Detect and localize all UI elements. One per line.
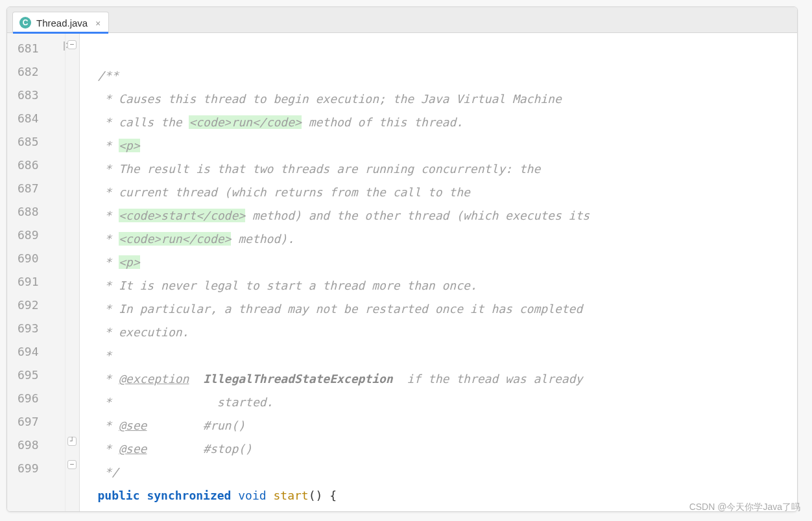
gutter-marker <box>45 56 65 80</box>
tab-bar: C Thread.java ✕ <box>7 7 797 33</box>
code-line[interactable]: * <box>98 344 797 367</box>
code-token: * <box>98 255 119 269</box>
code-token: * execution. <box>98 325 189 339</box>
code-line[interactable]: * In particular, a thread may not be res… <box>98 297 797 321</box>
fold-cell <box>66 313 79 336</box>
code-token: <p> <box>119 139 140 152</box>
gutter-marker <box>45 243 65 266</box>
code-token: * started. <box>98 395 274 409</box>
code-token: run <box>231 115 252 129</box>
fold-cell <box>66 266 79 290</box>
code-token: public <box>98 489 140 502</box>
fold-cell <box>66 56 79 80</box>
code-line[interactable]: */ <box>98 461 797 484</box>
code-token <box>189 372 203 386</box>
code-token: @exception <box>119 372 189 386</box>
line-numbers: 6816826836846856866876886896906916926936… <box>7 33 45 511</box>
line-number: 687 <box>18 177 39 200</box>
code-line[interactable]: * <p> <box>98 251 797 274</box>
fold-toggle-icon[interactable]: − <box>67 460 77 469</box>
code-token: * <box>98 209 119 222</box>
close-icon[interactable]: ✕ <box>95 18 101 28</box>
gutter-marker <box>45 173 65 196</box>
code-token: </code> <box>182 232 232 246</box>
code-area[interactable]: /** * Causes this thread to begin execut… <box>80 33 797 511</box>
editor-tab[interactable]: C Thread.java ✕ <box>12 12 109 33</box>
line-number: 698 <box>18 434 39 457</box>
code-token: void <box>238 489 266 502</box>
gutter-marker <box>45 406 65 430</box>
code-token: */ <box>98 465 119 479</box>
fold-cell <box>66 243 79 266</box>
code-token: * current thread (which returns from the… <box>98 185 470 199</box>
fold-cell <box>66 220 79 243</box>
gutter-marker <box>45 383 65 406</box>
code-token: if the thread was already <box>393 372 583 386</box>
code-line[interactable]: * execution. <box>98 321 797 344</box>
code-token: * <box>98 139 119 152</box>
tab-filename: Thread.java <box>36 17 88 29</box>
line-number: 686 <box>18 154 39 177</box>
code-line[interactable]: * <code>run</code> method). <box>98 227 797 251</box>
code-token: <p> <box>119 255 140 269</box>
fold-cell <box>66 383 79 406</box>
gutter-marker <box>45 196 65 220</box>
line-number: 685 <box>18 130 39 154</box>
fold-cell <box>66 103 79 126</box>
fold-cell <box>66 173 79 196</box>
code-line[interactable]: * It is never legal to start a thread mo… <box>98 274 797 297</box>
gutter-marker <box>45 80 65 103</box>
code-token: synchronized <box>147 489 231 502</box>
code-token: @see <box>119 419 147 432</box>
gutter-marker <box>45 126 65 150</box>
code-token <box>267 489 274 502</box>
code-token: start <box>273 489 308 502</box>
fold-cell <box>66 80 79 103</box>
fold-cell <box>66 360 79 383</box>
gutter-marker <box>45 220 65 243</box>
code-line[interactable]: * Causes this thread to begin execution;… <box>98 87 797 111</box>
code-line[interactable]: * @exception IllegalThreadStateException… <box>98 367 797 391</box>
code-line[interactable]: * @see #run() <box>98 414 797 437</box>
fold-end-icon[interactable]: ┘ <box>67 437 77 446</box>
code-token: method of this thread. <box>302 115 463 129</box>
code-line[interactable]: * calls the <code>run</code> method of t… <box>98 111 797 134</box>
code-token <box>231 489 238 502</box>
fold-cell <box>66 196 79 220</box>
fold-cell <box>66 336 79 360</box>
code-line[interactable]: * started. <box>98 391 797 414</box>
gutter: 6816826836846856866876886896906916926936… <box>7 33 80 511</box>
code-token: run <box>161 232 182 246</box>
java-class-icon: C <box>19 17 31 29</box>
fold-cell: ┘ <box>66 430 79 453</box>
gutter-marker <box>45 150 65 173</box>
code-token: * Causes this thread to begin execution;… <box>98 92 562 106</box>
watermark: CSDN @今天你学Java了吗 <box>689 502 800 513</box>
code-token: * The result is that two threads are run… <box>98 162 541 176</box>
code-token: start <box>161 209 196 222</box>
code-token: <code> <box>119 232 161 246</box>
code-line[interactable]: * <code>start</code> method) and the oth… <box>98 204 797 227</box>
code-line[interactable]: * The result is that two threads are run… <box>98 157 797 181</box>
code-token: </code> <box>252 115 302 129</box>
gutter-marker <box>45 103 65 126</box>
code-token: </code> <box>196 209 245 222</box>
fold-cell <box>66 406 79 430</box>
line-number: 682 <box>18 60 39 84</box>
code-line[interactable]: * <p> <box>98 134 797 157</box>
line-number: 688 <box>18 200 39 224</box>
gutter-marker <box>45 313 65 336</box>
editor-body: 6816826836846856866876886896906916926936… <box>7 33 797 511</box>
code-token <box>140 489 147 502</box>
code-token: <code> <box>119 209 161 222</box>
code-line[interactable]: /** <box>98 64 797 87</box>
fold-toggle-icon[interactable]: − <box>67 40 77 49</box>
code-line[interactable]: * @see #stop() <box>98 437 797 461</box>
line-number: 690 <box>18 247 39 270</box>
line-number: 692 <box>18 294 39 317</box>
structure-icon[interactable] <box>64 41 65 51</box>
line-number: 697 <box>18 410 39 434</box>
gutter-marker <box>45 430 65 453</box>
code-token: #stop() <box>147 442 252 456</box>
code-line[interactable]: * current thread (which returns from the… <box>98 181 797 204</box>
